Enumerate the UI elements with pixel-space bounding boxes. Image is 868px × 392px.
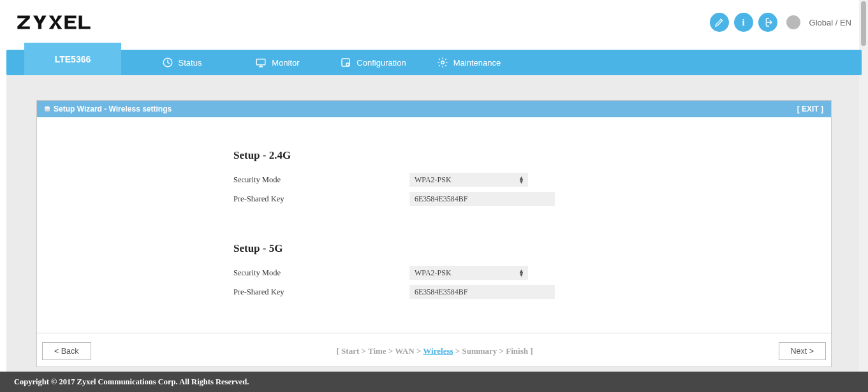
label-2-4g-security-mode: Security Mode	[233, 175, 409, 185]
back-button[interactable]: < Back	[42, 342, 91, 360]
nav-status-label: Status	[179, 58, 202, 68]
step-wireless[interactable]: Wireless	[423, 346, 453, 356]
nav-monitor[interactable]: Monitor	[230, 50, 325, 75]
top-header: i Global / EN	[0, 0, 868, 38]
language-selector[interactable]: Global / EN	[809, 18, 851, 27]
section-2-4g-heading: Setup - 2.4G	[233, 149, 793, 162]
copyright-footer: Copyright © 2017 Zyxel Communications Co…	[0, 372, 868, 392]
chevron-updown-icon: ▲▼	[519, 176, 524, 184]
chevron-updown-icon: ▲▼	[519, 269, 524, 277]
wizard-panel: Setup Wizard - Wireless settings [ EXIT …	[36, 100, 832, 367]
logout-icon[interactable]	[758, 13, 777, 32]
nav-status[interactable]: Status	[134, 50, 230, 75]
input-2-4g-psk[interactable]	[409, 192, 555, 206]
section-5g: Setup - 5G Security Mode WPA2-PSK ▲▼ Pre…	[233, 242, 793, 301]
wizard-breadcrumb: [ Start > Time > WAN > Wireless > Summar…	[91, 346, 779, 356]
content-area: Setup Wizard - Wireless settings [ EXIT …	[6, 75, 862, 381]
info-icon[interactable]: i	[734, 13, 753, 32]
input-5g-psk[interactable]	[409, 285, 555, 299]
panel-header: Setup Wizard - Wireless settings [ EXIT …	[37, 101, 831, 117]
svg-point-3	[346, 63, 349, 66]
configuration-icon	[340, 57, 351, 68]
monitor-icon	[255, 57, 267, 68]
select-2-4g-security-mode[interactable]: WPA2-PSK ▲▼	[409, 173, 528, 187]
row-2-4g-security-mode: Security Mode WPA2-PSK ▲▼	[233, 171, 793, 189]
nav-configuration[interactable]: Configuration	[325, 50, 421, 75]
step-summary[interactable]: Summary	[462, 346, 497, 356]
bracket-open: [	[337, 346, 342, 356]
nav-monitor-label: Monitor	[272, 58, 299, 68]
step-wan[interactable]: WAN	[395, 346, 414, 356]
panel-body: Setup - 2.4G Security Mode WPA2-PSK ▲▼ P…	[37, 117, 831, 333]
label-5g-psk: Pre-Shared Key	[233, 287, 409, 297]
scrollbar-thumb[interactable]	[861, 1, 866, 46]
nav-configuration-label: Configuration	[357, 58, 406, 68]
step-start[interactable]: Start	[341, 346, 359, 356]
label-2-4g-psk: Pre-Shared Key	[233, 194, 409, 204]
device-tab[interactable]: LTE5366	[24, 43, 121, 75]
section-5g-heading: Setup - 5G	[233, 242, 793, 255]
section-2-4g: Setup - 2.4G Security Mode WPA2-PSK ▲▼ P…	[233, 149, 793, 208]
select-5g-value: WPA2-PSK	[415, 268, 452, 278]
label-5g-security-mode: Security Mode	[233, 268, 409, 278]
header-icons: i Global / EN	[710, 13, 851, 32]
svg-rect-1	[257, 59, 266, 65]
step-time[interactable]: Time	[368, 346, 386, 356]
svg-point-4	[441, 61, 445, 64]
sep: >	[362, 346, 368, 356]
collapse-icon[interactable]	[45, 106, 50, 112]
row-5g-security-mode: Security Mode WPA2-PSK ▲▼	[233, 264, 793, 282]
nav-maintenance[interactable]: Maintenance	[421, 50, 517, 75]
row-2-4g-psk: Pre-Shared Key	[233, 190, 793, 208]
nav-maintenance-label: Maintenance	[453, 58, 501, 68]
row-5g-psk: Pre-Shared Key	[233, 283, 793, 301]
panel-title: Setup Wizard - Wireless settings	[54, 105, 172, 113]
sep: >	[416, 346, 423, 356]
sep: >	[388, 346, 395, 356]
status-icon	[162, 57, 173, 68]
step-finish[interactable]: Finish	[506, 346, 528, 356]
brand-logo	[17, 13, 91, 32]
main-nav: LTE5366 Status Monitor Configuration	[6, 50, 862, 75]
exit-button[interactable]: [ EXIT ]	[795, 103, 826, 115]
globe-icon[interactable]	[786, 15, 800, 29]
next-button[interactable]: Next >	[779, 342, 826, 360]
bracket-close: ]	[530, 346, 533, 356]
select-2-4g-value: WPA2-PSK	[415, 175, 452, 185]
sep: >	[455, 346, 462, 356]
panel-footer: < Back [ Start > Time > WAN > Wireless >…	[37, 333, 831, 367]
select-5g-security-mode[interactable]: WPA2-PSK ▲▼	[409, 266, 528, 280]
maintenance-icon	[437, 57, 448, 68]
sep: >	[499, 346, 506, 356]
wizard-icon[interactable]	[710, 13, 729, 32]
